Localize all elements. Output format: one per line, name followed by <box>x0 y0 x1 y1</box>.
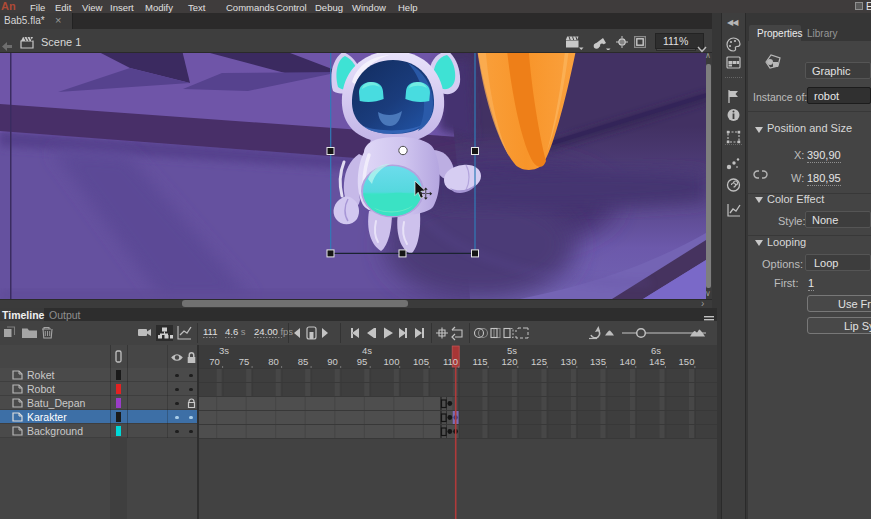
svg-text:3s: 3s <box>219 345 229 356</box>
svg-text:85: 85 <box>298 356 309 367</box>
svg-text:95: 95 <box>357 356 368 367</box>
svg-text:24.00 fps: 24.00 fps <box>254 326 293 337</box>
svg-text:100: 100 <box>384 356 400 367</box>
svg-text:6s: 6s <box>651 345 661 356</box>
svg-text:5s: 5s <box>507 345 517 356</box>
svg-text:150: 150 <box>679 356 695 367</box>
svg-text:140: 140 <box>620 356 636 367</box>
svg-text:115: 115 <box>472 356 487 367</box>
svg-text:90: 90 <box>327 356 338 367</box>
svg-text:75: 75 <box>239 356 250 367</box>
svg-text:130: 130 <box>561 356 577 367</box>
svg-text:111: 111 <box>203 326 217 337</box>
svg-text:120: 120 <box>502 356 518 367</box>
svg-text:105: 105 <box>413 356 429 367</box>
svg-text:4s: 4s <box>362 345 372 356</box>
svg-text:80: 80 <box>268 356 279 367</box>
svg-text:4.6 s: 4.6 s <box>225 326 246 337</box>
svg-text:145: 145 <box>649 356 665 367</box>
svg-text:70: 70 <box>209 356 220 367</box>
svg-text:135: 135 <box>590 356 606 367</box>
svg-text:125: 125 <box>531 356 547 367</box>
svg-text:110: 110 <box>443 356 458 367</box>
